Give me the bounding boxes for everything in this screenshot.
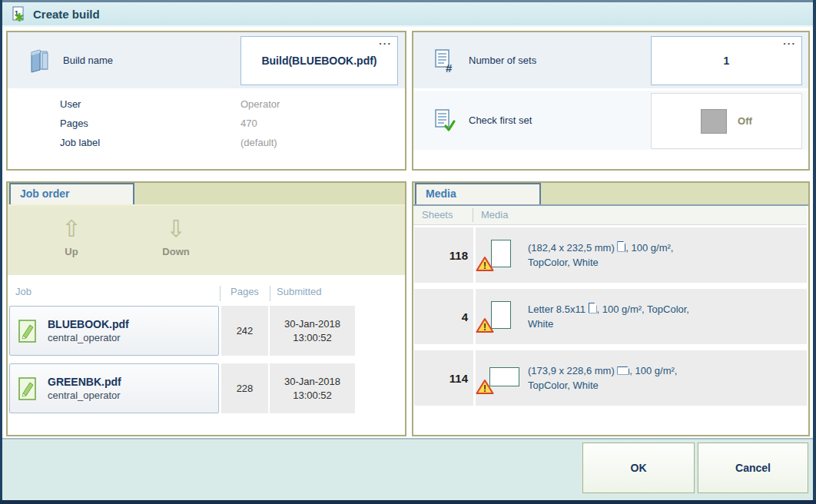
job-row: BLUEBOOK.pdf central_operator 242 30-Jan… — [8, 306, 405, 356]
job-label-label: Job label — [60, 137, 100, 148]
media-row: 4 ! Letter 8.5x11 , 100 g/m², TopColor, … — [413, 289, 808, 344]
media-cell: ! Letter 8.5x11 , 100 g/m², TopColor, Wh… — [476, 289, 807, 344]
svg-text:!: ! — [483, 383, 486, 394]
job-pages-cell: 228 — [221, 363, 268, 413]
page-orientation-icon — [617, 366, 629, 375]
create-build-icon: 1 ✱ — [10, 6, 26, 22]
svg-text:!: ! — [483, 260, 486, 271]
titlebar: 1 ✱ Create build — [2, 2, 813, 27]
check-first-set-value: Off — [738, 115, 752, 127]
page-check-icon — [433, 108, 456, 133]
pdf-document-icon — [18, 376, 38, 401]
tab-media[interactable]: Media — [415, 183, 541, 204]
user-label: User — [60, 98, 81, 110]
window-border-left — [0, 0, 2, 504]
svg-text:!: ! — [483, 322, 486, 333]
user-value: Operator — [240, 98, 280, 110]
media-description: Letter 8.5x11 , 100 g/m², TopColor, Whit… — [528, 302, 689, 332]
job-owner: central_operator — [48, 332, 129, 343]
column-submitted: Submitted — [277, 286, 322, 297]
tab-media-label: Media — [426, 187, 456, 200]
job-submitted-cell: 30-Jan-2018 13:00:52 — [270, 363, 355, 413]
column-job: Job — [15, 286, 32, 297]
job-pages-cell: 242 — [221, 306, 268, 356]
pages-field: Pages 470 — [60, 118, 399, 131]
media-row: 118 ! (182,4 x 232,5 mm) , 100 g/m², Top… — [413, 227, 808, 283]
job-order-panel: Job order ⇧ Up ⇩ Down Job Pages Submitte… — [6, 181, 406, 436]
number-of-sets-value: 1 — [724, 55, 730, 67]
more-indicator: ... — [379, 35, 392, 47]
pages-label: Pages — [60, 118, 88, 129]
media-row: 114 ! (173,9 x 228,6 mm) , 100 g/m², Top… — [413, 350, 808, 406]
pdf-document-icon — [18, 319, 38, 343]
job-table-header: Job Pages Submitted — [8, 286, 403, 301]
up-button[interactable]: ⇧ Up — [43, 217, 100, 257]
svg-text:#: # — [446, 61, 453, 73]
warning-icon: ! — [476, 256, 494, 275]
dialog-footer: OK Cancel — [2, 438, 813, 500]
tab-job-order-label: Job order — [20, 187, 70, 200]
column-pages: Pages — [231, 286, 259, 297]
job-submitted-date: 30-Jan-2018 — [284, 317, 340, 331]
job-submitted-time: 13:00:52 — [293, 389, 332, 403]
job-label-field: Job label (default) — [60, 137, 399, 151]
check-first-set-toggle[interactable]: Off — [651, 93, 802, 149]
build-name-value: Build(BLUEBOOK.pdf) — [261, 55, 376, 67]
column-divider — [473, 208, 473, 222]
down-button-label: Down — [148, 246, 204, 257]
build-name-label: Build name — [63, 55, 113, 66]
number-of-sets-label: Number of sets — [469, 55, 536, 66]
up-arrow-icon: ⇧ — [43, 217, 100, 241]
column-media: Media — [481, 209, 508, 220]
media-description: (173,9 x 228,6 mm) , 100 g/m², TopColor,… — [528, 363, 677, 393]
sheets-count: 118 — [414, 227, 473, 283]
cancel-button[interactable]: Cancel — [698, 443, 808, 493]
warning-icon: ! — [476, 379, 494, 398]
job-name: GREENBK.pdf — [48, 376, 121, 388]
user-field: User Operator — [60, 98, 399, 112]
warning-icon: ! — [476, 317, 494, 337]
check-first-set-label: Check first set — [469, 114, 532, 126]
off-state-square-icon — [701, 109, 727, 134]
sheets-count: 114 — [414, 350, 473, 406]
pages-count-icon: # — [433, 48, 456, 73]
more-indicator: ... — [783, 35, 796, 47]
ok-button[interactable]: OK — [582, 443, 695, 493]
svg-text:✱: ✱ — [15, 11, 25, 22]
down-arrow-icon: ⇩ — [148, 217, 204, 241]
job-order-toolbar: ⇧ Up ⇩ Down — [8, 206, 405, 275]
column-sheets: Sheets — [422, 209, 453, 220]
media-cell: ! (173,9 x 228,6 mm) , 100 g/m², TopColo… — [476, 350, 807, 406]
sets-panel: # Number of sets ... 1 Check first set — [412, 31, 810, 171]
media-panel: Media Sheets Media 118 ! — [412, 181, 810, 436]
job-owner: central_operator — [48, 390, 121, 401]
paper-preview: ! — [476, 297, 523, 337]
build-panel: Build name ... Build(BLUEBOOK.pdf) User … — [6, 31, 406, 171]
sheets-count: 4 — [414, 289, 473, 344]
window-border-right — [813, 0, 816, 504]
book-icon — [28, 48, 51, 73]
page-orientation-icon — [589, 303, 597, 313]
column-divider — [220, 286, 221, 301]
up-button-label: Up — [43, 246, 100, 257]
job-submitted-time: 13:00:52 — [293, 331, 332, 345]
job-label-value: (default) — [240, 137, 277, 148]
column-divider — [270, 286, 270, 301]
media-description: (182,4 x 232,5 mm) , 100 g/m², TopColor,… — [528, 240, 673, 270]
paper-preview: ! — [476, 235, 523, 275]
job-button[interactable]: GREENBK.pdf central_operator — [9, 363, 219, 413]
create-build-dialog: 1 ✱ Create build Build name ... Build(BL… — [0, 0, 816, 504]
pages-value: 470 — [240, 118, 257, 129]
paper-preview: ! — [476, 358, 523, 398]
down-button[interactable]: ⇩ Down — [148, 217, 204, 257]
page-orientation-icon — [617, 241, 625, 252]
build-name-button[interactable]: ... Build(BLUEBOOK.pdf) — [240, 36, 398, 85]
job-name: BLUEBOOK.pdf — [48, 318, 129, 330]
tab-job-order[interactable]: Job order — [9, 183, 134, 204]
job-submitted-date: 30-Jan-2018 — [284, 375, 340, 389]
number-of-sets-button[interactable]: ... 1 — [651, 36, 802, 85]
job-submitted-cell: 30-Jan-2018 13:00:52 — [270, 306, 355, 356]
media-cell: ! (182,4 x 232,5 mm) , 100 g/m², TopColo… — [476, 227, 807, 283]
window-border-bottom — [0, 500, 816, 504]
job-button[interactable]: BLUEBOOK.pdf central_operator — [9, 306, 219, 356]
